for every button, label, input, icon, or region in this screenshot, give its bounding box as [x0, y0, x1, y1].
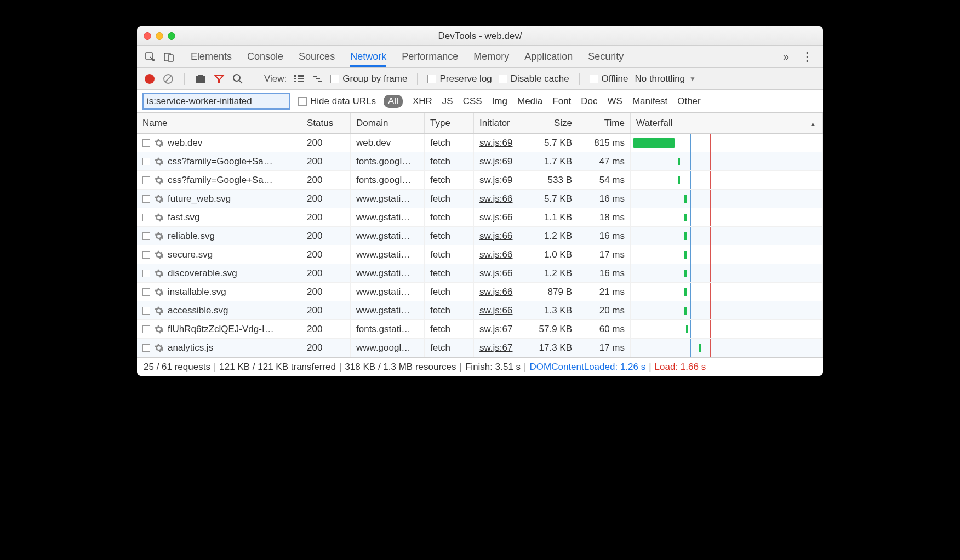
col-domain-header[interactable]: Domain	[351, 113, 425, 133]
table-row[interactable]: css?family=Google+Sa…200fonts.googl…fetc…	[137, 152, 823, 171]
tab-sources[interactable]: Sources	[299, 47, 335, 67]
table-row[interactable]: secure.svg200www.gstati…fetchsw.js:661.0…	[137, 245, 823, 264]
initiator-link[interactable]: sw.js:66	[479, 249, 512, 260]
settings-menu-button[interactable]: ⋮	[797, 50, 818, 64]
more-tabs-button[interactable]: »	[779, 50, 793, 63]
col-size-header[interactable]: Size	[533, 113, 578, 133]
filter-type-xhr[interactable]: XHR	[413, 96, 432, 107]
filter-type-img[interactable]: Img	[492, 96, 507, 107]
device-toolbar-icon[interactable]	[161, 49, 176, 65]
inspect-element-icon[interactable]	[142, 49, 158, 65]
table-row[interactable]: accessible.svg200www.gstati…fetchsw.js:6…	[137, 301, 823, 320]
filter-type-manifest[interactable]: Manifest	[632, 96, 667, 107]
table-header: Name Status Domain Type Initiator Size T…	[137, 113, 823, 134]
initiator-link[interactable]: sw.js:66	[479, 305, 512, 316]
group-by-frame-checkbox[interactable]: Group by frame	[330, 73, 407, 84]
row-checkbox[interactable]	[142, 344, 150, 352]
svg-rect-12	[298, 81, 304, 82]
initiator-link[interactable]: sw.js:69	[479, 175, 512, 186]
filter-type-media[interactable]: Media	[517, 96, 542, 107]
type-cell: fetch	[425, 134, 474, 152]
row-checkbox[interactable]	[142, 307, 150, 315]
large-rows-icon[interactable]	[293, 73, 305, 85]
filter-type-css[interactable]: CSS	[463, 96, 482, 107]
tab-network[interactable]: Network	[350, 47, 386, 67]
initiator-link[interactable]: sw.js:66	[479, 193, 512, 204]
filter-type-doc[interactable]: Doc	[581, 96, 597, 107]
row-checkbox[interactable]	[142, 139, 150, 147]
initiator-link[interactable]: sw.js:66	[479, 268, 512, 279]
filter-type-font[interactable]: Font	[552, 96, 571, 107]
row-checkbox[interactable]	[142, 270, 150, 277]
table-row[interactable]: flUhRq6tzZclQEJ-Vdg-I…200fonts.gstati…fe…	[137, 320, 823, 339]
row-checkbox[interactable]	[142, 195, 150, 203]
initiator-link[interactable]: sw.js:69	[479, 156, 512, 167]
col-initiator-header[interactable]: Initiator	[474, 113, 533, 133]
filter-type-js[interactable]: JS	[442, 96, 453, 107]
filter-icon[interactable]	[213, 73, 225, 85]
row-checkbox[interactable]	[142, 325, 150, 333]
disable-cache-checkbox[interactable]: Disable cache	[499, 73, 569, 84]
overview-icon[interactable]	[312, 73, 324, 85]
divider	[254, 73, 254, 85]
tab-elements[interactable]: Elements	[191, 47, 232, 67]
throttling-dropdown[interactable]: No throttling ▼	[635, 73, 696, 84]
status-load: Load: 1.66 s	[655, 362, 706, 373]
table-row[interactable]: web.dev200web.devfetchsw.js:695.7 KB815 …	[137, 134, 823, 152]
tab-performance[interactable]: Performance	[402, 47, 458, 67]
col-time-header[interactable]: Time	[578, 113, 631, 133]
table-row[interactable]: installable.svg200www.gstati…fetchsw.js:…	[137, 283, 823, 301]
initiator-link[interactable]: sw.js:67	[479, 342, 512, 353]
tab-security[interactable]: Security	[588, 47, 624, 67]
chevron-down-icon: ▼	[689, 75, 696, 83]
tab-memory[interactable]: Memory	[473, 47, 509, 67]
table-row[interactable]: discoverable.svg200www.gstati…fetchsw.js…	[137, 264, 823, 283]
tab-console[interactable]: Console	[247, 47, 283, 67]
panel-tabs-bar: ElementsConsoleSourcesNetworkPerformance…	[137, 46, 823, 68]
record-button[interactable]	[144, 73, 156, 85]
row-checkbox[interactable]	[142, 158, 150, 165]
row-checkbox[interactable]	[142, 176, 150, 184]
col-name-header[interactable]: Name	[137, 113, 301, 133]
size-cell: 1.1 KB	[533, 208, 578, 226]
request-name: accessible.svg	[168, 305, 228, 316]
sort-indicator-icon: ▲	[810, 121, 816, 127]
initiator-link[interactable]: sw.js:66	[479, 231, 512, 242]
capture-screenshots-icon[interactable]	[195, 73, 207, 85]
clear-button[interactable]	[162, 73, 174, 85]
table-row[interactable]: analytics.js200www.googl…fetchsw.js:6717…	[137, 339, 823, 357]
filter-input[interactable]	[142, 93, 290, 110]
time-cell: 17 ms	[578, 339, 631, 357]
col-waterfall-header[interactable]: Waterfall ▲	[631, 113, 823, 133]
type-cell: fetch	[425, 245, 474, 264]
initiator-link[interactable]: sw.js:66	[479, 212, 512, 223]
row-checkbox[interactable]	[142, 288, 150, 296]
search-icon[interactable]	[232, 73, 244, 85]
row-checkbox[interactable]	[142, 232, 150, 240]
initiator-link[interactable]: sw.js:66	[479, 287, 512, 298]
type-cell: fetch	[425, 283, 474, 301]
initiator-link[interactable]: sw.js:69	[479, 138, 512, 148]
preserve-log-checkbox[interactable]: Preserve log	[427, 73, 492, 84]
row-checkbox[interactable]	[142, 214, 150, 221]
table-row[interactable]: reliable.svg200www.gstati…fetchsw.js:661…	[137, 227, 823, 245]
request-name: css?family=Google+Sa…	[168, 175, 273, 186]
domain-cell: fonts.googl…	[351, 152, 425, 170]
filter-type-all[interactable]: All	[384, 95, 403, 108]
table-row[interactable]: fast.svg200www.gstati…fetchsw.js:661.1 K…	[137, 208, 823, 227]
row-checkbox[interactable]	[142, 251, 150, 259]
table-row[interactable]: future_web.svg200www.gstati…fetchsw.js:6…	[137, 190, 823, 208]
filter-type-other[interactable]: Other	[677, 96, 701, 107]
svg-point-6	[233, 75, 240, 81]
offline-checkbox[interactable]: Offline	[590, 73, 628, 84]
col-type-header[interactable]: Type	[425, 113, 474, 133]
filter-type-ws[interactable]: WS	[608, 96, 622, 107]
tab-application[interactable]: Application	[524, 47, 573, 67]
table-row[interactable]: css?family=Google+Sa…200fonts.googl…fetc…	[137, 171, 823, 190]
hide-data-urls-checkbox[interactable]: Hide data URLs	[298, 96, 376, 107]
status-cell: 200	[301, 171, 351, 189]
status-cell: 200	[301, 190, 351, 208]
divider	[184, 73, 185, 85]
col-status-header[interactable]: Status	[301, 113, 351, 133]
initiator-link[interactable]: sw.js:67	[479, 324, 512, 335]
